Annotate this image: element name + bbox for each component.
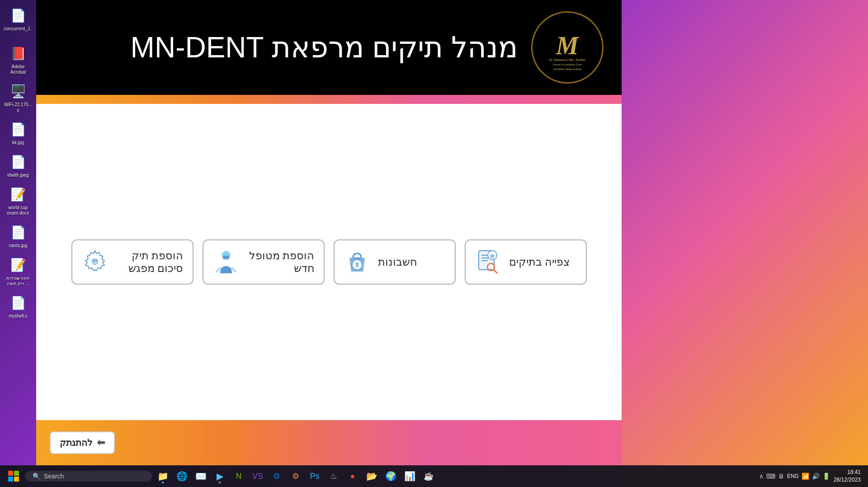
bills-icon: $ xyxy=(344,248,371,276)
add-visit-button[interactable]: הוספת תיק סיכום מפגש xyxy=(71,239,193,285)
taskbar: 🔍 Search 📁 🌐 ✉️ ▶ N VS xyxy=(0,465,868,487)
app-window: מנהל תיקים מרפאת MN-DENT M Dr. Mazawi & … xyxy=(36,0,622,465)
desktop-icon-cards[interactable]: 📄 cards.jpg xyxy=(2,220,34,251)
idwith-label: idwith.jpeg xyxy=(7,173,28,178)
idwith-icon: 📄 xyxy=(9,153,27,171)
myshell-label: myshell.c xyxy=(9,314,28,319)
taskbar-icon-java[interactable]: ☕ xyxy=(420,467,438,485)
header-gradient-bar xyxy=(36,95,622,104)
logout-button[interactable]: ⬅ להתנתק xyxy=(50,431,115,454)
system-tray-icons: ∧ ⌨ 🖥 ENG 📶 🔊 🔋 xyxy=(759,473,830,480)
add-visit-label: הוספת תיק סיכום מפגש xyxy=(116,249,184,275)
desktop-icon-myshell[interactable]: 📄 myshell.c xyxy=(2,291,34,322)
taskbar-icon-browser[interactable]: 🌐 xyxy=(173,467,191,485)
taskbar-time-value: 18:41 xyxy=(834,468,861,476)
desktop-icon-worldcup[interactable]: 📝 world cup exam.docx xyxy=(2,183,34,219)
taskbar-icon-vs[interactable]: VS xyxy=(249,467,267,485)
cards-icon: 📄 xyxy=(9,223,27,241)
svg-text:Dr. Mazawi & Mrs. Azaher: Dr. Mazawi & Mrs. Azaher xyxy=(549,58,586,61)
svg-rect-13 xyxy=(354,257,360,259)
add-patient-button[interactable]: הוספת מטופל חדש xyxy=(203,239,325,285)
search-label: Search xyxy=(44,473,64,480)
add-visit-icon xyxy=(81,248,108,276)
view-files-button[interactable]: צפייה בתיקים xyxy=(465,239,587,285)
svg-line-18 xyxy=(232,268,236,272)
contract-label: חוזה שכירות ריק חיפה ... xyxy=(4,276,33,286)
view-files-label: צפייה בתיקים xyxy=(509,256,570,268)
taskbar-icon-chart[interactable]: 📊 xyxy=(401,467,419,485)
contract-icon: 📝 xyxy=(9,256,27,274)
taskbar-icon-photoshop[interactable]: Ps xyxy=(306,467,324,485)
wifi-label: WiFi-22.170... u xyxy=(4,102,33,113)
kk-icon: 📄 xyxy=(9,120,27,138)
taskbar-search[interactable]: 🔍 Search xyxy=(25,471,152,482)
svg-text:M: M xyxy=(556,32,580,60)
worldcup-label: world cup exam.docx xyxy=(4,205,33,216)
taskbar-icon-nvidia[interactable]: N xyxy=(230,467,248,485)
taskbar-pinned-apps: 📁 🌐 ✉️ ▶ N VS ⚙ ⚙ xyxy=(154,467,438,485)
logout-label: להתנתק xyxy=(60,437,92,448)
desktop-icon-idwith[interactable]: 📄 idwith.jpeg xyxy=(2,150,34,181)
kk-label: kk.jpg xyxy=(12,140,24,145)
svg-text:Dental & Aesthetic Care: Dental & Aesthetic Care xyxy=(553,63,582,66)
cards-label: cards.jpg xyxy=(9,243,28,248)
taskbar-clock[interactable]: 18:41 28/12/2023 xyxy=(834,468,861,484)
windows-logo-icon xyxy=(8,471,19,482)
svg-rect-16 xyxy=(223,256,229,259)
svg-text:$: $ xyxy=(355,261,359,268)
keyboard-icon[interactable]: ⌨ xyxy=(766,473,775,480)
add-patient-label: הוספת מטופל חדש xyxy=(247,249,315,275)
svg-line-10 xyxy=(494,270,497,273)
svg-line-17 xyxy=(217,268,220,272)
add-patient-icon xyxy=(212,248,240,276)
chevron-up-icon[interactable]: ∧ xyxy=(759,473,764,480)
app-header: מנהל תיקים מרפאת MN-DENT M Dr. Mazawi & … xyxy=(36,0,622,95)
concurrent-icon: 📄 xyxy=(9,6,27,24)
taskbar-icon-mail[interactable]: ✉️ xyxy=(192,467,210,485)
bills-label: חשבונות xyxy=(378,256,417,268)
battery-icon[interactable]: 🔋 xyxy=(822,473,830,480)
taskbar-icon-steam[interactable]: ♨ xyxy=(325,467,343,485)
wifi-icon: 🖥️ xyxy=(9,82,27,100)
myshell-icon: 📄 xyxy=(9,294,27,312)
language-label[interactable]: ENG xyxy=(787,473,799,479)
view-files-icon xyxy=(475,248,502,276)
logout-arrow-icon: ⬅ xyxy=(97,437,105,449)
start-button[interactable] xyxy=(4,466,24,486)
desktop-icon-kk[interactable]: 📄 kk.jpg xyxy=(2,117,34,148)
bills-button[interactable]: חשבונות $ xyxy=(334,239,456,285)
taskbar-icon-red[interactable]: ● xyxy=(344,467,362,485)
app-title: מנהל תיקים מרפאת MN-DENT xyxy=(54,31,518,64)
desktop-icon-wifi[interactable]: 🖥️ WiFi-22.170... u xyxy=(2,80,34,116)
app-footer: ⬅ להתנתק xyxy=(36,420,622,465)
desktop-icon-contract[interactable]: 📝 חוזה שכירות ריק חיפה ... xyxy=(2,253,34,289)
volume-icon[interactable]: 🔊 xyxy=(812,473,820,480)
monitor-icon[interactable]: 🖥 xyxy=(778,473,784,480)
app-logo: M Dr. Mazawi & Mrs. Azaher Dental & Aest… xyxy=(531,11,604,84)
search-icon: 🔍 xyxy=(33,473,40,480)
desktop-sidebar: 📄 concurrent_J... 📕 Adobe Acrobat 🖥️ WiF… xyxy=(0,0,36,465)
desktop-icon-adobe[interactable]: 📕 Adobe Acrobat xyxy=(2,42,34,78)
taskbar-icon-terminal[interactable]: ▶ xyxy=(211,467,229,485)
wifi-icon[interactable]: 📶 xyxy=(802,473,809,480)
adobe-label: Adobe Acrobat xyxy=(4,64,33,75)
worldcup-icon: 📝 xyxy=(9,185,27,203)
adobe-icon: 📕 xyxy=(9,44,27,62)
desktop: 📄 concurrent_J... 📕 Adobe Acrobat 🖥️ WiF… xyxy=(0,0,868,487)
taskbar-icon-app2[interactable]: ⚙ xyxy=(287,467,305,485)
main-content: צפייה בתיקים xyxy=(36,104,622,420)
svg-text:מרפאת שיניים ואסתטיקה: מרפאת שיניים ואסתטיקה xyxy=(553,68,581,70)
taskbar-icon-files[interactable]: 📁 xyxy=(154,467,172,485)
taskbar-icon-folder2[interactable]: 📂 xyxy=(363,467,381,485)
navigation-buttons: צפייה בתיקים xyxy=(71,239,587,285)
taskbar-tray: ∧ ⌨ 🖥 ENG 📶 🔊 🔋 18:41 28/12/2023 xyxy=(759,468,864,484)
taskbar-date-value: 28/12/2023 xyxy=(834,476,861,484)
desktop-icon-concurrent[interactable]: 📄 concurrent_J... xyxy=(2,4,34,40)
taskbar-icon-app1[interactable]: ⚙ xyxy=(268,467,286,485)
taskbar-icon-globe2[interactable]: 🌍 xyxy=(382,467,400,485)
concurrent-label: concurrent_J... xyxy=(4,26,33,37)
